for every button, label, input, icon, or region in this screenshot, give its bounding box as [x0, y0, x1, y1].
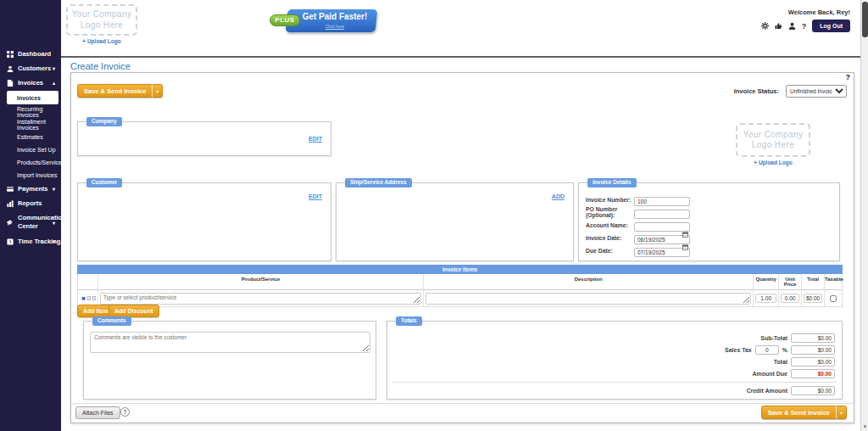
description-input[interactable]: [426, 293, 751, 305]
sidebar-label-payments: Payments: [18, 185, 47, 193]
totals-section-label: Totals: [396, 316, 422, 326]
sidebar-item-dashboard[interactable]: Dashboard: [0, 47, 61, 61]
invoice-logo-line1: Your Company: [737, 130, 809, 141]
credit-amount-input[interactable]: [791, 386, 835, 395]
reports-icon: [7, 200, 14, 207]
page-title: Create Invoice: [70, 61, 131, 71]
totals-divider: [392, 382, 837, 383]
logout-button[interactable]: Log Out: [812, 20, 850, 32]
main-content: Create Invoice ? Save & Send Invoice ▾ I…: [61, 56, 860, 431]
product-service-input[interactable]: [100, 293, 421, 305]
sidebar-subitem-invoice-set-up[interactable]: Invoice Set Up: [0, 143, 61, 156]
total-input[interactable]: [791, 357, 835, 367]
amount-due-input[interactable]: [791, 369, 835, 378]
invoice-upload-logo-link[interactable]: + Upload Logo: [736, 160, 810, 165]
sidebar-subitem-products-services[interactable]: Products/Services: [0, 156, 61, 169]
comments-input[interactable]: [90, 332, 370, 353]
row-option-icon[interactable]: [87, 296, 91, 300]
customer-edit-link[interactable]: EDIT: [309, 193, 322, 199]
attach-files-help-icon[interactable]: ?: [120, 407, 130, 417]
sales-tax-amount-input[interactable]: [791, 345, 835, 355]
save-send-invoice-split-button-top: Save & Send Invoice ▾: [77, 84, 163, 98]
invoice-details-section: Invoice Details Invoice Number: PO Numbe…: [578, 182, 840, 261]
save-options-caret-button[interactable]: ▾: [152, 84, 163, 98]
thumbs-up-icon[interactable]: [775, 22, 782, 30]
subtotal-row: Sub-Total: [760, 333, 835, 343]
save-options-caret-button[interactable]: ▾: [836, 406, 847, 419]
total-row: Total: [774, 357, 835, 367]
scrollbar-thumb[interactable]: [862, 2, 868, 37]
sales-tax-row: Sales Tax %: [725, 345, 835, 355]
total-label: Total: [774, 359, 787, 365]
row-option-icon[interactable]: [92, 296, 96, 300]
due-date-field: Due Date:: [586, 243, 690, 258]
amount-due-row: Amount Due: [752, 369, 835, 378]
add-discount-button[interactable]: Add Discount: [108, 305, 159, 317]
help-icon[interactable]: ?: [802, 22, 807, 31]
upload-logo-link[interactable]: + Upload Logo: [66, 38, 137, 44]
sidebar-subitem-installment-invoices[interactable]: Installment Invoices: [0, 118, 61, 131]
subtotal-input[interactable]: [791, 333, 835, 343]
calendar-icon[interactable]: [682, 232, 688, 238]
line-total-input[interactable]: [804, 294, 822, 303]
invoice-item-row: ✖: [78, 290, 842, 306]
chevron-down-icon: ▾: [53, 65, 55, 71]
sidebar-subitem-estimates[interactable]: Estimates: [0, 131, 61, 143]
sidebar-item-time-tracking[interactable]: Time Tracking ▾: [0, 234, 61, 249]
sidebar-item-reports[interactable]: Reports: [0, 196, 61, 210]
product-service-column-header: Product/Service: [98, 274, 424, 290]
po-number-label: PO Number (Optional):: [586, 206, 634, 218]
scrollbar-down-arrow[interactable]: ▼: [861, 424, 868, 429]
top-header: Your Company Logo Here + Upload Logo Get…: [61, 0, 860, 56]
sidebar-label-customers: Customers: [18, 64, 51, 72]
sidebar-item-communication-center[interactable]: Communication Center ▾: [0, 210, 61, 234]
delete-row-icon[interactable]: ✖: [81, 296, 86, 301]
row-controls-column-header: [78, 274, 98, 290]
due-date-label: Due Date:: [586, 248, 634, 254]
logo-placeholder-line1: Your Company: [68, 9, 136, 20]
company-edit-link[interactable]: EDIT: [309, 136, 322, 142]
vertical-scrollbar[interactable]: ▼: [860, 0, 868, 431]
invoice-logo-placeholder[interactable]: Your Company Logo Here: [736, 123, 810, 157]
invoice-details-section-label: Invoice Details: [587, 178, 637, 188]
company-section-label: Company: [86, 117, 122, 126]
sidebar-subitem-recurring-invoices[interactable]: Recurring Invoices: [0, 105, 61, 118]
sidebar-item-invoices[interactable]: Invoices ▴: [0, 76, 61, 90]
gear-icon[interactable]: [761, 22, 769, 30]
save-send-invoice-button[interactable]: Save & Send Invoice: [761, 406, 836, 419]
calendar-icon[interactable]: [682, 244, 688, 250]
unit-price-input[interactable]: [781, 294, 799, 303]
ship-add-link[interactable]: ADD: [552, 193, 565, 199]
sidebar-label-communication-center: Communication Center: [18, 214, 53, 231]
panel-footer-divider: [71, 403, 854, 404]
attach-files-button[interactable]: Attach Files: [75, 406, 120, 419]
ship-section-label: Ship/Service Address: [345, 178, 412, 188]
sidebar-label-invoices: Invoices: [18, 79, 43, 87]
taxable-checkbox[interactable]: [830, 295, 837, 302]
logo-placeholder-line2: Logo Here: [68, 20, 136, 31]
customers-icon: [7, 65, 14, 72]
company-logo-placeholder[interactable]: Your Company Logo Here: [66, 4, 137, 36]
invoice-status-select[interactable]: Unfinished Invoices: [786, 85, 847, 98]
banner-click-here-link[interactable]: Click here: [295, 24, 375, 29]
sidebar-item-payments[interactable]: Payments ▾: [0, 182, 61, 196]
chevron-down-icon: ▾: [53, 220, 55, 226]
taxable-column-header: Taxable: [825, 274, 842, 290]
user-icon[interactable]: [788, 22, 796, 30]
sales-tax-rate-input[interactable]: [755, 345, 779, 355]
amount-due-label: Amount Due: [752, 371, 787, 377]
invoice-status-row: Invoice Status: Unfinished Invoices: [734, 85, 847, 98]
sidebar-item-customers[interactable]: Customers ▾: [0, 61, 61, 76]
quantity-input[interactable]: [755, 294, 776, 303]
invoice-number-label: Invoice Number:: [586, 197, 634, 203]
sidebar-subitem-invoices[interactable]: Invoices: [7, 91, 58, 104]
percent-sign: %: [782, 347, 787, 353]
welcome-text: Welcome Back, Rey!: [788, 8, 850, 16]
sidebar-subitem-import-invoices[interactable]: Import Invoices: [0, 169, 61, 182]
get-paid-faster-banner[interactable]: Get Paid Faster! Click here PLUS: [270, 9, 376, 32]
invoice-logo-line2: Logo Here: [737, 140, 809, 151]
save-send-invoice-button[interactable]: Save & Send Invoice: [77, 84, 152, 98]
panel-help-icon[interactable]: ?: [846, 73, 851, 81]
save-send-invoice-split-button-bottom: Save & Send Invoice ▾: [761, 406, 847, 419]
description-column-header: Description: [424, 274, 754, 290]
